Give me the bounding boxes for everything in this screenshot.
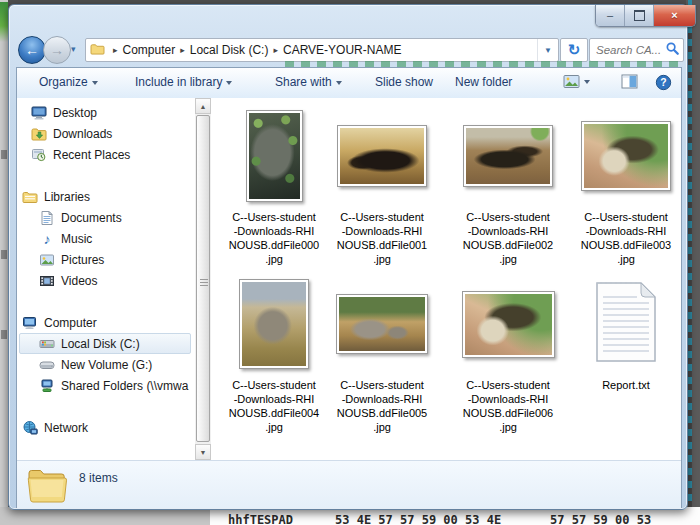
share-with-button[interactable]: Share with — [275, 75, 342, 89]
file-thumbnail[interactable] — [246, 110, 303, 202]
item-count-text: 8 items — [79, 471, 118, 485]
refresh-button[interactable]: ↻ — [560, 38, 588, 62]
navigation-pane: Desktop Downloads Recent Places Librarie… — [17, 98, 195, 460]
scroll-down-button[interactable]: ▼ — [195, 444, 211, 460]
background-right-strip — [686, 0, 700, 508]
crumb-separator-icon[interactable]: ▸ — [108, 45, 123, 55]
organize-button[interactable]: Organize — [39, 75, 98, 89]
file-item-001[interactable]: C--Users-student-Downloads-RHINOUSB.ddFi… — [327, 106, 437, 266]
file-item-000[interactable]: C--Users-student-Downloads-RHINOUSB.ddFi… — [219, 106, 329, 266]
sidebar-item-local-disk-c[interactable]: Local Disk (C:) — [17, 333, 195, 354]
file-thumbnail[interactable] — [337, 125, 427, 187]
scroll-up-button[interactable]: ▲ — [195, 98, 211, 114]
libraries-icon — [22, 189, 38, 205]
search-box — [589, 38, 684, 62]
recent-pages-dropdown[interactable]: ▾ — [71, 44, 76, 54]
scroll-down-icon: ▼ — [200, 449, 207, 456]
include-in-library-button[interactable]: Include in library — [135, 75, 232, 89]
file-label: C--Users-student-Downloads-RHINOUSB.ddFi… — [453, 378, 563, 434]
scroll-up-icon: ▲ — [200, 103, 207, 110]
search-icon[interactable] — [665, 41, 683, 60]
recent-places-icon — [31, 147, 47, 163]
client-area: Organize Include in library Share with S… — [16, 67, 682, 508]
file-thumbnail[interactable] — [581, 121, 671, 191]
file-label: C--Users-student-Downloads-RHINOUSB.ddFi… — [219, 210, 329, 266]
sidebar-group-libraries[interactable]: Libraries — [17, 186, 195, 207]
sidebar-group-network[interactable]: Network — [17, 417, 195, 438]
text-file-icon[interactable] — [595, 281, 657, 367]
music-icon: ♪ — [39, 231, 55, 247]
sidebar-item-shared-folders[interactable]: Shared Folders (\\vmwa — [17, 375, 195, 396]
videos-icon — [39, 273, 55, 289]
file-label: C--Users-student-Downloads-RHINOUSB.ddFi… — [327, 210, 437, 266]
computer-icon — [22, 315, 38, 331]
slide-show-button[interactable]: Slide show — [375, 75, 433, 89]
file-label: C--Users-student-Downloads-RHINOUSB.ddFi… — [327, 378, 437, 434]
status-bar: 8 items — [17, 460, 681, 508]
dropdown-caret-icon — [336, 81, 342, 85]
folder-icon — [86, 42, 108, 58]
file-list: C--Users-student-Downloads-RHINOUSB.ddFi… — [211, 98, 681, 460]
explorer-window: – × ← → ▾ ▸ Computer ▸ Local Disk (C:) ▸… — [8, 4, 688, 510]
sidebar-item-desktop[interactable]: Desktop — [17, 102, 195, 123]
file-item-report[interactable]: Report.txt — [571, 274, 681, 392]
background-left-strip — [0, 0, 8, 508]
forward-arrow-icon: → — [50, 42, 64, 58]
close-icon: × — [671, 10, 677, 21]
chevron-down-icon: ▾ — [71, 44, 76, 54]
breadcrumb-local-disk[interactable]: Local Disk (C:) — [190, 43, 269, 57]
background-plant-icon — [0, 2, 8, 42]
address-dropdown-button[interactable]: ▼ — [537, 39, 558, 61]
back-button[interactable]: ← — [18, 36, 46, 64]
file-thumbnail[interactable] — [239, 279, 309, 369]
dropdown-caret-icon — [584, 80, 590, 84]
crumb-separator-icon[interactable]: ▸ — [268, 45, 283, 55]
sidebar-item-new-volume-g[interactable]: New Volume (G:) — [17, 354, 195, 375]
title-bar[interactable] — [9, 5, 687, 31]
sidebar-item-downloads[interactable]: Downloads — [17, 123, 195, 144]
shared-folders-icon — [39, 378, 55, 394]
close-button[interactable]: × — [654, 5, 695, 26]
minimize-icon: – — [607, 10, 613, 21]
file-label: Report.txt — [571, 378, 681, 392]
dropdown-arrow-icon: ▼ — [544, 46, 552, 55]
minimize-button[interactable]: – — [596, 5, 625, 26]
file-item-005[interactable]: C--Users-student-Downloads-RHINOUSB.ddFi… — [327, 274, 437, 434]
file-label: C--Users-student-Downloads-RHINOUSB.ddFi… — [453, 210, 563, 266]
sidebar-item-videos[interactable]: Videos — [17, 270, 195, 291]
hex-bytes-group1: 53 4E 57 57 59 00 53 4E — [335, 513, 501, 525]
file-item-006[interactable]: C--Users-student-Downloads-RHINOUSB.ddFi… — [453, 274, 563, 434]
new-volume-icon — [39, 357, 55, 373]
breadcrumb-carve-your-name[interactable]: CARVE-YOUR-NAME — [283, 43, 401, 57]
new-folder-button[interactable]: New folder — [455, 75, 512, 89]
file-item-002[interactable]: C--Users-student-Downloads-RHINOUSB.ddFi… — [453, 106, 563, 266]
sidebar-item-music[interactable]: ♪ Music — [17, 228, 195, 249]
downloads-icon — [31, 126, 47, 142]
sidebar-item-pictures[interactable]: Pictures — [17, 249, 195, 270]
help-button[interactable]: ? — [655, 74, 672, 94]
command-toolbar: Organize Include in library Share with S… — [17, 68, 681, 99]
views-dropdown-button[interactable] — [584, 78, 590, 84]
folder-large-icon — [25, 465, 69, 509]
breadcrumb[interactable]: ▸ Computer ▸ Local Disk (C:) ▸ CARVE-YOU… — [85, 38, 559, 62]
file-item-003[interactable]: C--Users-student-Downloads-RHINOUSB.ddFi… — [571, 106, 681, 266]
dropdown-caret-icon — [92, 81, 98, 85]
sidebar-scrollbar[interactable]: ▲ ▼ — [195, 98, 211, 460]
forward-button[interactable]: → — [43, 36, 71, 64]
change-view-button[interactable] — [563, 74, 580, 92]
preview-pane-button[interactable] — [621, 74, 638, 92]
pictures-icon — [39, 252, 55, 268]
sidebar-group-computer[interactable]: Computer — [17, 312, 195, 333]
file-thumbnail[interactable] — [462, 291, 555, 358]
breadcrumb-computer[interactable]: Computer — [123, 43, 176, 57]
sidebar-item-documents[interactable]: Documents — [17, 207, 195, 228]
file-thumbnail[interactable] — [463, 125, 553, 187]
sidebar-item-recent-places[interactable]: Recent Places — [17, 144, 195, 165]
maximize-button[interactable] — [625, 5, 654, 26]
hex-bytes-group2: 57 57 59 00 53 — [550, 513, 651, 525]
file-thumbnail[interactable] — [336, 294, 428, 354]
crumb-separator-icon[interactable]: ▸ — [175, 45, 190, 55]
search-input[interactable] — [590, 44, 665, 56]
scrollbar-thumb[interactable] — [196, 115, 210, 442]
file-item-004[interactable]: C--Users-student-Downloads-RHINOUSB.ddFi… — [219, 274, 329, 434]
